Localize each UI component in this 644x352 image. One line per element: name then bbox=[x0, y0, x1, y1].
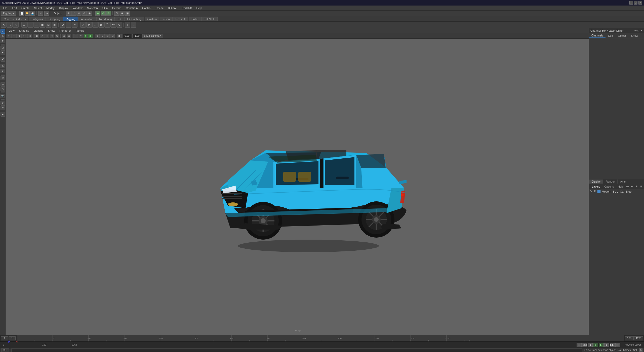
vp-menu-show[interactable]: Show bbox=[46, 29, 57, 33]
bend-btn[interactable]: ⌒ bbox=[104, 22, 110, 28]
vt-light-btn[interactable]: ☀ bbox=[40, 34, 45, 38]
rotate-tool-btn[interactable]: ↻ bbox=[1, 39, 5, 43]
vt-more2[interactable]: ⊙ bbox=[100, 34, 105, 38]
tab-redshift[interactable]: Redshift bbox=[173, 17, 188, 21]
mode-dropdown[interactable]: Rigging bbox=[1, 11, 16, 16]
timeline-end-input2[interactable] bbox=[634, 336, 643, 340]
vt-camera-btn[interactable]: 👁 bbox=[7, 34, 12, 38]
skin-btn[interactable]: ⊙ bbox=[116, 22, 122, 28]
paint-skin-btn[interactable]: 🖌 bbox=[1, 57, 5, 62]
rp-tab-edit[interactable]: Edit bbox=[606, 34, 615, 38]
pb-prev-key[interactable]: ◀◀ bbox=[582, 343, 587, 347]
mirror-btn[interactable]: ↔ bbox=[66, 22, 71, 28]
menu-constrain[interactable]: Constrain bbox=[124, 6, 140, 10]
vt-isolate-btn[interactable]: ⊕ bbox=[55, 34, 59, 38]
menu-redshift[interactable]: Redshift bbox=[180, 6, 194, 10]
vt-more1[interactable]: ⊛ bbox=[95, 34, 100, 38]
tab-custom[interactable]: Custom bbox=[145, 17, 160, 21]
menu-cache[interactable]: Cache bbox=[154, 6, 166, 10]
vp-menu-shading[interactable]: Shading bbox=[17, 29, 31, 33]
maximize-button[interactable]: □ bbox=[634, 1, 637, 5]
lp-tab-help[interactable]: Help bbox=[616, 185, 626, 189]
undo-icon[interactable]: ↩ bbox=[38, 11, 43, 16]
tab-sculpting[interactable]: Sculpting bbox=[46, 17, 63, 21]
menu-modify[interactable]: Modify bbox=[44, 6, 56, 10]
joint-btn[interactable]: △ bbox=[80, 22, 86, 28]
render-settings-icon[interactable]: ⚙ bbox=[101, 11, 106, 16]
rp-minimize-icon[interactable]: ─ bbox=[635, 29, 637, 32]
menu-edit[interactable]: Edit bbox=[10, 6, 19, 10]
tab-polygons[interactable]: Polygons bbox=[29, 17, 46, 21]
textured-icon[interactable]: ▣ bbox=[125, 11, 130, 16]
vt-hud-btn[interactable]: ⊡ bbox=[67, 34, 71, 38]
layer-playback-toggle[interactable]: P bbox=[594, 190, 596, 193]
pb-play-fwd[interactable]: ▶ bbox=[599, 343, 604, 347]
light-btn[interactable]: ☀ bbox=[1, 105, 5, 110]
vt-exposure-value[interactable] bbox=[122, 34, 132, 38]
menu-select[interactable]: Select bbox=[32, 6, 44, 10]
vt-deform-btn[interactable]: ~ bbox=[79, 34, 83, 38]
timeline-start-input[interactable] bbox=[1, 336, 8, 340]
vt-grid-btn[interactable]: ⊞ bbox=[62, 34, 66, 38]
menu-create[interactable]: Create bbox=[19, 6, 32, 10]
tab-fx[interactable]: FX bbox=[115, 17, 124, 21]
redo-icon[interactable]: ↪ bbox=[44, 11, 49, 16]
grid-btn[interactable]: ⊟ bbox=[1, 82, 5, 87]
vertex-btn[interactable]: • bbox=[27, 22, 33, 28]
new-file-icon[interactable]: 📄 bbox=[19, 11, 24, 16]
view-cube-btn[interactable]: ⬡ bbox=[1, 87, 5, 92]
vt-gamma-value[interactable] bbox=[132, 34, 142, 38]
vp-menu-renderer[interactable]: Renderer bbox=[57, 29, 73, 33]
vt-gamma-dropdown[interactable]: sRGB gamma bbox=[142, 34, 163, 38]
vt-curve-btn[interactable]: ⌒ bbox=[73, 34, 78, 38]
vt-xray-btn[interactable]: ◌ bbox=[50, 34, 54, 38]
menu-file[interactable]: File bbox=[1, 6, 10, 10]
open-file-icon[interactable]: 📂 bbox=[25, 11, 30, 16]
cmd-settings-icon[interactable]: ⚙ bbox=[639, 348, 642, 352]
lp-tab-options[interactable]: Options bbox=[602, 185, 616, 189]
timeline-current-input[interactable] bbox=[9, 336, 16, 340]
vp-menu-panels[interactable]: Panels bbox=[73, 29, 86, 33]
camera-btn[interactable]: 📷 bbox=[1, 94, 5, 98]
vt-wireframe-btn[interactable]: ⬡ bbox=[22, 34, 27, 38]
vt-green-btn1[interactable]: ● bbox=[84, 34, 88, 38]
render-region-icon[interactable]: ⊡ bbox=[106, 11, 111, 16]
tab-rigging[interactable]: Rigging bbox=[63, 17, 78, 21]
select-component-btn[interactable]: ⬡ bbox=[21, 22, 27, 28]
layer-next-icon[interactable]: ⏭ bbox=[630, 185, 634, 189]
wire-btn[interactable]: 〜 bbox=[110, 22, 116, 28]
tab-animation[interactable]: Animation bbox=[78, 17, 96, 21]
close-button[interactable]: ✕ bbox=[638, 1, 642, 5]
vp-menu-view[interactable]: View bbox=[7, 29, 17, 33]
snap-curve-icon[interactable]: ⌒ bbox=[71, 11, 76, 16]
soft-mod-btn[interactable]: ◎ bbox=[1, 64, 5, 68]
menu-skeleton[interactable]: Skeleton bbox=[85, 6, 100, 10]
render-icon[interactable]: ▶ bbox=[95, 11, 100, 16]
layer-flag-icon[interactable]: ⚑ bbox=[635, 185, 639, 189]
minus-btn[interactable]: – bbox=[131, 22, 136, 28]
layer-add-icon[interactable]: ⊞ bbox=[639, 185, 643, 189]
edge-btn[interactable]: — bbox=[33, 22, 39, 28]
menu-3dtoa[interactable]: 3DtoAll bbox=[166, 6, 179, 10]
vt-more4[interactable]: ⊟ bbox=[110, 34, 115, 38]
rp-tab-object[interactable]: Object bbox=[615, 34, 628, 38]
tab-fx-caching[interactable]: FX Caching bbox=[124, 17, 144, 21]
timeline-ruler[interactable] bbox=[17, 335, 624, 341]
vt-green-btn2[interactable]: ◉ bbox=[88, 34, 93, 38]
menu-deform[interactable]: Deform bbox=[110, 6, 123, 10]
cluster-btn[interactable]: ◎ bbox=[92, 22, 98, 28]
viewport[interactable]: persp bbox=[6, 39, 589, 335]
vt-texture-btn[interactable]: ▣ bbox=[34, 34, 39, 38]
menu-window[interactable]: Window bbox=[71, 6, 85, 10]
snap-grid-icon[interactable]: ⊞ bbox=[66, 11, 71, 16]
minimize-button[interactable]: ─ bbox=[629, 1, 633, 5]
vt-select-btn[interactable]: ↖ bbox=[12, 34, 17, 38]
show-manip-btn[interactable]: ⊞ bbox=[1, 75, 5, 80]
snap-btn[interactable]: ⊕ bbox=[60, 22, 65, 28]
rp-tab-channels[interactable]: Channels bbox=[589, 33, 606, 38]
uvw-btn[interactable]: ⊡ bbox=[46, 22, 51, 28]
pb-prev-frame[interactable]: ◀ bbox=[588, 343, 593, 347]
bookmark-btn[interactable]: ⊛ bbox=[1, 101, 5, 105]
delete-btn[interactable]: ✂ bbox=[72, 22, 77, 28]
vt-smooth-btn[interactable]: ◎ bbox=[27, 34, 32, 38]
